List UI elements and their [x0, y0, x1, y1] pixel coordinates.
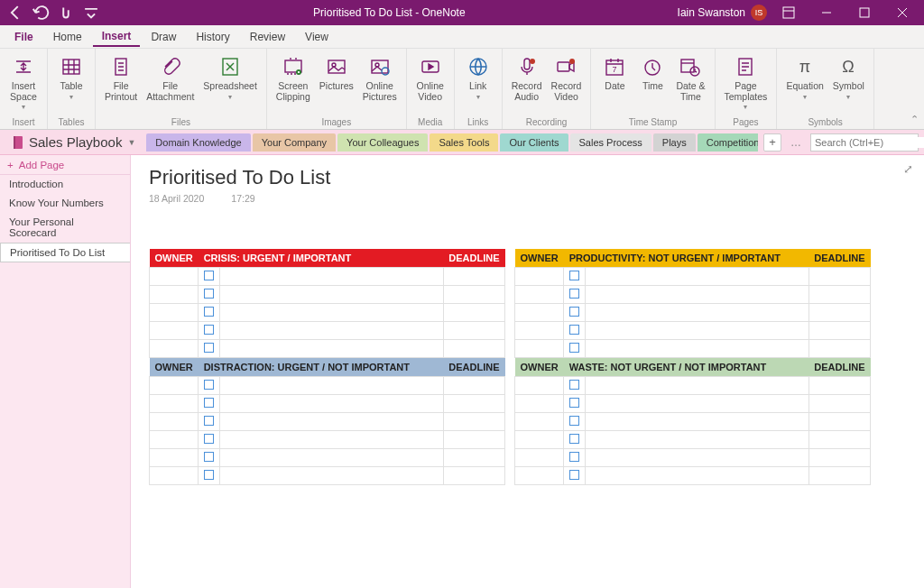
- time-button[interactable]: Time: [634, 52, 670, 94]
- section-tab-sales-tools[interactable]: Sales Tools: [430, 133, 498, 152]
- menu-view[interactable]: View: [296, 28, 337, 46]
- qat-dropdown-icon[interactable]: [81, 3, 101, 23]
- checkbox[interactable]: [204, 452, 214, 462]
- table-row[interactable]: [515, 322, 871, 340]
- maximize-icon[interactable]: [848, 0, 881, 25]
- touch-mode-icon[interactable]: [56, 3, 76, 23]
- online-pictures-button[interactable]: OnlinePictures: [359, 52, 401, 104]
- section-tab-your-colleagues[interactable]: Your Colleagues: [337, 133, 428, 152]
- checkbox[interactable]: [569, 271, 579, 280]
- page-title[interactable]: Prioritised To Do List: [149, 166, 924, 189]
- minimize-icon[interactable]: [810, 0, 843, 25]
- checkbox[interactable]: [569, 452, 579, 462]
- add-section-button[interactable]: +: [763, 133, 781, 152]
- table-row[interactable]: [515, 431, 871, 449]
- search-input[interactable]: [815, 137, 924, 148]
- menu-draw[interactable]: Draw: [142, 28, 185, 46]
- sections-overflow-icon[interactable]: …: [787, 136, 805, 149]
- quadrant-table[interactable]: OWNERPRODUCTIVITY: NOT URGENT / IMPORTAN…: [514, 249, 871, 358]
- table-row[interactable]: [515, 395, 871, 413]
- menu-review[interactable]: Review: [241, 28, 294, 46]
- quadrant-table[interactable]: OWNERCRISIS: URGENT / IMPORTANTDEADLINE: [149, 249, 505, 358]
- table-row[interactable]: [150, 431, 505, 449]
- file-attachment-button[interactable]: FileAttachment: [143, 52, 198, 104]
- table-row[interactable]: [150, 268, 505, 286]
- table-row[interactable]: [150, 322, 505, 340]
- menu-home[interactable]: Home: [44, 28, 91, 46]
- table-row[interactable]: [515, 268, 871, 286]
- table-row[interactable]: [150, 340, 505, 358]
- menu-history[interactable]: History: [187, 28, 238, 46]
- page-templates-button[interactable]: PageTemplates▾: [721, 52, 772, 113]
- section-tab-your-company[interactable]: Your Company: [253, 133, 336, 152]
- pictures-button[interactable]: Pictures: [316, 52, 357, 94]
- spreadsheet-button[interactable]: Spreadsheet▾: [199, 52, 261, 103]
- checkbox[interactable]: [569, 380, 579, 390]
- record-video-button[interactable]: RecordVideo: [548, 52, 586, 104]
- table-row[interactable]: [150, 286, 505, 304]
- date-button[interactable]: 7Date: [596, 52, 633, 94]
- checkbox[interactable]: [569, 470, 579, 480]
- checkbox[interactable]: [204, 325, 214, 335]
- checkbox[interactable]: [569, 434, 579, 444]
- menu-insert[interactable]: Insert: [93, 27, 141, 47]
- table-row[interactable]: [150, 304, 505, 322]
- checkbox[interactable]: [204, 289, 214, 299]
- table-row[interactable]: [150, 449, 505, 467]
- checkbox[interactable]: [204, 398, 214, 408]
- checkbox[interactable]: [204, 416, 214, 426]
- date-time-button[interactable]: Date &Time: [672, 52, 708, 104]
- table-row[interactable]: [515, 377, 871, 395]
- table-row[interactable]: [515, 286, 871, 304]
- ribbon-display-icon[interactable]: [772, 0, 805, 25]
- checkbox[interactable]: [569, 307, 579, 317]
- section-tab-competition[interactable]: Competition: [698, 133, 758, 152]
- add-page-button[interactable]: + Add Page: [0, 155, 130, 175]
- section-tab-plays[interactable]: Plays: [653, 133, 696, 152]
- collapse-ribbon-icon[interactable]: ⌃: [910, 114, 919, 125]
- notebook-selector[interactable]: Sales Playbook ▼: [5, 133, 141, 152]
- table-row[interactable]: [515, 467, 871, 485]
- quadrant-table[interactable]: OWNERWASTE: NOT URGENT / NOT IMPORTANTDE…: [514, 358, 871, 485]
- checkbox[interactable]: [204, 343, 214, 353]
- table-row[interactable]: [150, 395, 505, 413]
- page-item[interactable]: Your Personal Scorecard: [0, 213, 130, 243]
- table-button[interactable]: Table▾: [53, 52, 89, 103]
- undo-icon[interactable]: [31, 3, 51, 23]
- link-button[interactable]: Link▾: [460, 52, 496, 103]
- section-tab-sales-process[interactable]: Sales Process: [570, 133, 651, 152]
- close-icon[interactable]: [886, 0, 919, 25]
- page-item[interactable]: Know Your Numbers: [0, 194, 130, 213]
- page-item[interactable]: Prioritised To Do List: [0, 243, 130, 262]
- record-audio-button[interactable]: RecordAudio: [508, 52, 546, 104]
- user-name[interactable]: Iain Swanston: [678, 6, 745, 19]
- quadrant-table[interactable]: OWNERDISTRACTION: URGENT / NOT IMPORTANT…: [149, 358, 505, 485]
- checkbox[interactable]: [569, 289, 579, 299]
- table-row[interactable]: [150, 413, 505, 431]
- table-row[interactable]: [515, 304, 871, 322]
- table-row[interactable]: [515, 449, 871, 467]
- avatar[interactable]: IS: [751, 5, 767, 21]
- menu-file[interactable]: File: [5, 28, 42, 46]
- checkbox[interactable]: [204, 434, 214, 444]
- section-tab-our-clients[interactable]: Our Clients: [500, 133, 568, 152]
- checkbox[interactable]: [569, 343, 579, 353]
- equation-button[interactable]: πEquation▾: [782, 52, 827, 103]
- checkbox[interactable]: [204, 307, 214, 317]
- checkbox[interactable]: [569, 325, 579, 335]
- online-video-button[interactable]: OnlineVideo: [412, 52, 448, 104]
- page-canvas[interactable]: ⤢ Prioritised To Do List 18 April 2020 1…: [131, 155, 924, 588]
- page-item[interactable]: Introduction: [0, 175, 130, 194]
- insert-space-button[interactable]: InsertSpace▾: [5, 52, 42, 113]
- back-icon[interactable]: [5, 3, 25, 23]
- checkbox[interactable]: [204, 271, 214, 280]
- file-printout-button[interactable]: FilePrintout: [101, 52, 141, 104]
- checkbox[interactable]: [569, 416, 579, 426]
- checkbox[interactable]: [204, 470, 214, 480]
- table-row[interactable]: [150, 377, 505, 395]
- table-row[interactable]: [150, 467, 505, 485]
- section-tab-domain-knowledge[interactable]: Domain Knowledge: [146, 133, 250, 152]
- table-row[interactable]: [515, 340, 871, 358]
- search-box[interactable]: 🔍: [810, 133, 919, 152]
- screen-clipping-button[interactable]: ScreenClipping: [273, 52, 314, 104]
